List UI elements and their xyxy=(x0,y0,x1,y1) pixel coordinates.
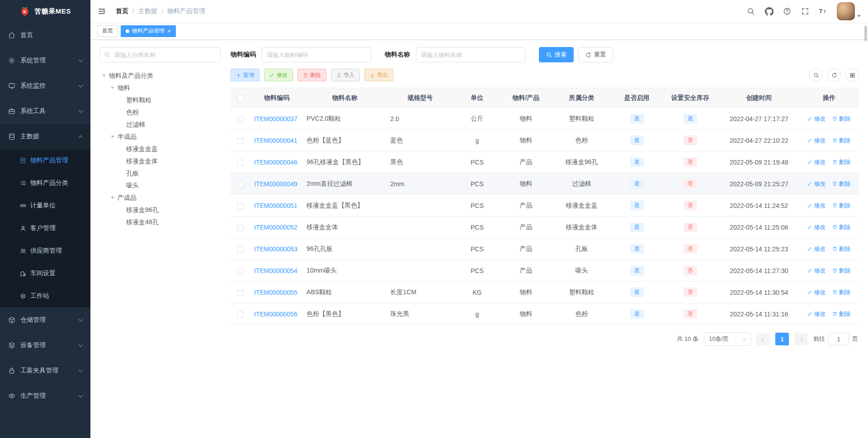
sidebar-item-supplier-management[interactable]: 供应商管理 xyxy=(0,240,90,262)
row-edit-link[interactable]: 修改 xyxy=(807,180,826,188)
table-row[interactable]: ITEM00000055 ABS颗粒 长度1CM KG 物料 塑料颗粒 是 否 … xyxy=(231,282,859,303)
row-checkbox[interactable] xyxy=(237,290,244,296)
sidebar-item-workstation[interactable]: 工作站 xyxy=(0,285,90,307)
table-row[interactable]: ITEM00000054 10mm吸头 PCS 产品 吸头 是 否 2022-0… xyxy=(231,260,859,282)
header-search-button[interactable] xyxy=(742,0,760,23)
material-code-input[interactable] xyxy=(262,47,371,62)
tree-node-root[interactable]: 物料及产品分类 xyxy=(99,70,221,82)
avatar[interactable] xyxy=(837,2,855,20)
material-code-link[interactable]: ITEM00000049 xyxy=(254,180,297,188)
tree-node-semi-finished[interactable]: 半成品 xyxy=(99,131,221,143)
row-delete-link[interactable]: 删除 xyxy=(832,288,850,297)
edit-button[interactable]: 修改 xyxy=(264,69,293,81)
tag-material-product-management[interactable]: 物料产品管理 × xyxy=(121,25,176,37)
fullscreen-button[interactable] xyxy=(796,0,814,23)
material-code-link[interactable]: ITEM00000051 xyxy=(254,202,297,209)
material-code-link[interactable]: ITEM00000055 xyxy=(254,289,297,296)
row-edit-link[interactable]: 修改 xyxy=(807,158,826,166)
table-row[interactable]: ITEM00000052 移液盒盒体 PCS 产品 移液盒盒体 是 否 2022… xyxy=(231,217,859,238)
column-settings-button[interactable] xyxy=(845,68,859,82)
table-row[interactable]: ITEM00000046 96孔移液盒【黑色】 黑色 PCS 产品 移液盒96孔… xyxy=(231,151,859,173)
prev-page-button[interactable] xyxy=(756,333,770,345)
sidebar-item-home[interactable]: 首页 xyxy=(0,23,90,48)
tree-node-material[interactable]: 物料 xyxy=(99,82,221,94)
toggle-search-button[interactable] xyxy=(809,68,823,82)
row-checkbox[interactable] xyxy=(237,268,244,274)
row-delete-link[interactable]: 删除 xyxy=(832,158,850,166)
sidebar-item-warehouse-management[interactable]: 仓储管理 xyxy=(0,307,90,333)
row-delete-link[interactable]: 删除 xyxy=(832,137,850,145)
tree-node-leaf[interactable]: 孔板 xyxy=(99,167,221,179)
sidebar-item-material-product-management[interactable]: 物料产品管理 xyxy=(0,149,90,172)
tree-node-leaf[interactable]: 移液盒48孔 xyxy=(99,216,221,228)
breadcrumb-master-data[interactable]: 主数据 xyxy=(138,7,157,15)
tree-node-leaf[interactable]: 色粉 xyxy=(99,106,221,118)
sidebar-item-system-management[interactable]: 系统管理 xyxy=(0,48,90,73)
tag-home[interactable]: 首页 xyxy=(97,25,118,37)
tree-node-leaf[interactable]: 塑料颗粒 xyxy=(99,94,221,106)
tree-node-leaf[interactable]: 吸头 xyxy=(99,179,221,192)
row-checkbox[interactable] xyxy=(237,116,244,122)
goto-page-input[interactable] xyxy=(828,333,849,345)
row-checkbox[interactable] xyxy=(237,160,244,166)
row-checkbox[interactable] xyxy=(237,311,244,318)
row-checkbox[interactable] xyxy=(237,246,244,253)
row-edit-link[interactable]: 修改 xyxy=(807,202,826,210)
page-size-select[interactable]: 10条/页 xyxy=(704,332,751,346)
sidebar-item-master-data[interactable]: 主数据 xyxy=(0,124,90,149)
next-page-button[interactable] xyxy=(794,333,808,345)
row-edit-link[interactable]: 修改 xyxy=(807,288,826,297)
tree-node-leaf[interactable]: 过滤棉 xyxy=(99,118,221,131)
row-delete-link[interactable]: 删除 xyxy=(832,115,850,123)
breadcrumb-home[interactable]: 首页 xyxy=(116,7,128,15)
page-number-button[interactable]: 1 xyxy=(775,333,789,345)
row-checkbox[interactable] xyxy=(237,203,244,209)
refresh-table-button[interactable] xyxy=(827,68,841,82)
reset-button[interactable]: 重置 xyxy=(578,47,613,62)
sidebar-item-system-monitor[interactable]: 系统监控 xyxy=(0,73,90,99)
tree-node-leaf[interactable]: 移液盒盒盖 xyxy=(99,143,221,155)
help-button[interactable] xyxy=(778,0,796,23)
sidebar-item-measure-unit[interactable]: 计量单位 xyxy=(0,194,90,217)
row-edit-link[interactable]: 修改 xyxy=(807,245,826,253)
row-checkbox[interactable] xyxy=(237,225,244,231)
scrollbar-thumb[interactable] xyxy=(864,26,867,41)
row-delete-link[interactable]: 删除 xyxy=(832,245,850,253)
sidebar-toggle-button[interactable] xyxy=(90,0,113,23)
sidebar-item-customer-management[interactable]: 客户管理 xyxy=(0,217,90,240)
select-all-checkbox[interactable] xyxy=(237,95,244,102)
user-menu[interactable] xyxy=(837,2,861,20)
table-row[interactable]: ITEM00000051 移液盒盒盖【黑色】 PCS 产品 移液盒盒盖 是 否 … xyxy=(231,195,859,217)
github-link-button[interactable] xyxy=(760,0,778,23)
table-row[interactable]: ITEM00000037 PVC2.0颗粒 2.0 公斤 物料 塑料颗粒 是 是… xyxy=(231,108,859,130)
sidebar-item-fixture-management[interactable]: 工装夹具管理 xyxy=(0,358,90,383)
row-edit-link[interactable]: 修改 xyxy=(807,267,826,275)
tree-node-finished[interactable]: 产成品 xyxy=(99,192,221,204)
material-name-input[interactable] xyxy=(416,47,525,62)
material-code-link[interactable]: ITEM00000056 xyxy=(254,311,297,318)
sidebar-item-material-product-category[interactable]: 物料产品分类 xyxy=(0,172,90,194)
material-code-link[interactable]: ITEM00000037 xyxy=(254,115,297,122)
material-code-link[interactable]: ITEM00000046 xyxy=(254,159,297,166)
app-logo[interactable]: K 苦糖果MES xyxy=(0,0,90,23)
row-delete-link[interactable]: 删除 xyxy=(832,310,850,318)
row-checkbox[interactable] xyxy=(237,138,244,144)
tree-node-leaf[interactable]: 移液盒盒体 xyxy=(99,155,221,167)
row-edit-link[interactable]: 修改 xyxy=(807,115,826,123)
sidebar-item-device-management[interactable]: 设备管理 xyxy=(0,333,90,358)
row-delete-link[interactable]: 删除 xyxy=(832,202,850,210)
search-button[interactable]: 搜索 xyxy=(539,47,574,62)
font-size-button[interactable]: TT xyxy=(814,0,832,23)
material-code-link[interactable]: ITEM00000054 xyxy=(254,267,297,274)
tree-node-leaf[interactable]: 移液盒96孔 xyxy=(99,204,221,216)
material-code-link[interactable]: ITEM00000052 xyxy=(254,224,297,231)
row-edit-link[interactable]: 修改 xyxy=(807,137,826,145)
row-edit-link[interactable]: 修改 xyxy=(807,310,826,318)
delete-button[interactable]: 删除 xyxy=(297,69,326,81)
row-checkbox[interactable] xyxy=(237,181,244,188)
material-code-link[interactable]: ITEM00000041 xyxy=(254,137,297,144)
row-edit-link[interactable]: 修改 xyxy=(807,223,826,231)
add-button[interactable]: 新增 xyxy=(231,69,259,81)
sidebar-item-system-tools[interactable]: 系统工具 xyxy=(0,99,90,124)
row-delete-link[interactable]: 删除 xyxy=(832,180,850,188)
